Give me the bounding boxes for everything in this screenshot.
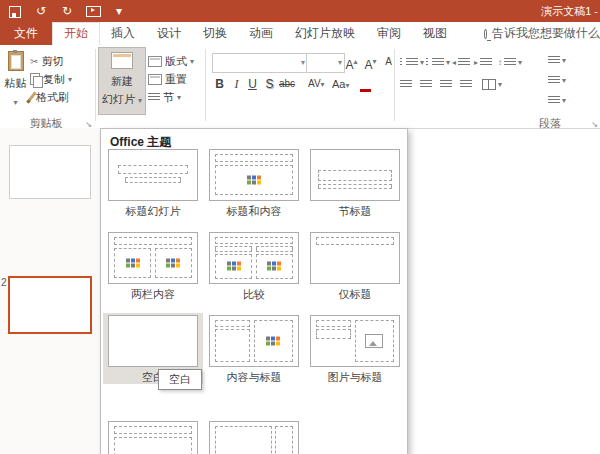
decrease-font-icon: A <box>364 58 372 72</box>
paragraph-dialog-launcher[interactable]: ↘ <box>588 118 600 131</box>
change-case-button[interactable]: Aa▾ <box>332 75 349 93</box>
qat-customize-button[interactable]: ▾ <box>106 0 132 22</box>
tab-design[interactable]: 设计 <box>146 22 192 45</box>
layout-thumbnail <box>310 232 400 284</box>
character-spacing-icon: AV <box>308 78 321 89</box>
layout-thumbnail <box>209 232 299 284</box>
align-right-button[interactable] <box>440 76 452 92</box>
section-icon <box>148 93 160 102</box>
decrease-indent-icon: ◂ <box>452 58 456 67</box>
tab-animations[interactable]: 动画 <box>238 22 284 45</box>
redo-button[interactable]: ↻ <box>54 0 80 22</box>
line-spacing-button[interactable]: ↕▾ <box>498 54 522 70</box>
bold-button[interactable]: B <box>212 75 227 93</box>
layout-option-comparison[interactable]: 比较 <box>204 230 304 301</box>
group-separator <box>205 49 206 121</box>
justify-button[interactable] <box>460 76 472 92</box>
chevron-down-icon: ▾ <box>68 75 72 84</box>
increase-font-button[interactable]: A▴ <box>344 53 359 71</box>
slide-thumbnail-1[interactable] <box>9 145 91 199</box>
layout-option-title-only[interactable]: 仅标题 <box>305 230 405 301</box>
tab-view[interactable]: 视图 <box>412 22 458 45</box>
tab-slideshow[interactable]: 幻灯片放映 <box>284 22 366 45</box>
numbered-list-button[interactable]: ▾ <box>426 54 450 70</box>
reset-label: 重置 <box>165 72 187 87</box>
content-placeholder-icons <box>126 259 140 268</box>
bullet-list-button[interactable]: ▾ <box>400 54 424 70</box>
font-size-combo[interactable]: ▾ <box>306 53 345 73</box>
align-text-button[interactable]: ▾ <box>548 72 566 88</box>
justify-icon <box>460 80 472 89</box>
layout-option-section-header[interactable]: 节标题 <box>305 147 405 218</box>
section-label: 节 <box>163 90 174 105</box>
lightbulb-icon <box>484 29 487 39</box>
tab-transitions[interactable]: 切换 <box>192 22 238 45</box>
chevron-down-icon: ▾ <box>301 54 305 72</box>
copy-icon <box>30 73 40 85</box>
slideshow-icon <box>86 6 101 17</box>
convert-smartart-button[interactable]: ▾ <box>548 92 566 108</box>
underline-button[interactable]: U <box>245 75 260 93</box>
layout-option-content-caption[interactable]: 内容与标题 <box>204 313 304 384</box>
italic-button[interactable]: I <box>229 75 244 93</box>
tab-insert[interactable]: 插入 <box>100 22 146 45</box>
clear-formatting-icon: A <box>385 56 392 67</box>
align-center-icon <box>420 80 432 89</box>
layout-option-two-content[interactable]: 两栏内容 <box>103 230 203 301</box>
paste-label: 粘贴 <box>5 77 27 89</box>
character-spacing-button[interactable]: AV▾ <box>308 75 325 93</box>
layout-thumbnail <box>310 149 400 201</box>
tooltip: 空白 <box>158 369 202 390</box>
tab-review[interactable]: 审阅 <box>366 22 412 45</box>
font-name-combo[interactable]: ▾ <box>212 53 308 73</box>
reset-button[interactable]: 重置 <box>148 71 187 87</box>
layout-button[interactable]: 版式 ▾ <box>148 53 194 69</box>
paragraph-group-label: 段落 <box>500 117 600 129</box>
slide-thumbnail-2-selected[interactable] <box>8 276 92 334</box>
reset-icon <box>148 74 162 85</box>
tell-me-label: 告诉我您想要做什么 <box>492 25 600 42</box>
paste-icon <box>8 51 24 71</box>
tell-me-box[interactable]: 告诉我您想要做什么 <box>484 22 600 45</box>
tab-home[interactable]: 开始 <box>52 22 100 45</box>
group-separator <box>394 49 395 121</box>
layout-option-title-content[interactable]: 标题和内容 <box>204 147 304 218</box>
layout-option-label: 图片与标题 <box>305 371 405 384</box>
content-placeholder-icons <box>266 336 280 345</box>
bullet-list-icon <box>400 58 402 67</box>
layout-thumbnail <box>108 315 198 367</box>
layout-option-vertical-title-text[interactable] <box>204 419 304 454</box>
save-button[interactable] <box>2 0 28 22</box>
convert-smartart-icon <box>548 96 560 105</box>
strikethrough-button[interactable]: abc <box>279 75 295 93</box>
text-shadow-button[interactable]: S <box>262 75 277 93</box>
columns-icon <box>482 79 496 90</box>
layout-option-title-vertical-text[interactable] <box>103 419 203 454</box>
align-right-icon <box>440 80 452 89</box>
increase-indent-button[interactable]: ▸ <box>474 54 492 70</box>
start-slideshow-button[interactable] <box>80 0 106 22</box>
align-left-icon <box>400 80 412 89</box>
columns-button[interactable]: ▾ <box>482 76 502 92</box>
align-left-button[interactable] <box>400 76 412 92</box>
layout-option-picture-caption[interactable]: 图片与标题 <box>305 313 405 384</box>
new-slide-label-2: 幻灯片 <box>102 93 135 105</box>
layout-option-title-slide[interactable]: 标题幻灯片 <box>103 147 203 218</box>
group-separator <box>95 49 96 121</box>
cut-button[interactable]: ✂ 剪切 <box>30 53 63 69</box>
text-direction-button[interactable]: ▾ <box>548 52 566 68</box>
copy-button[interactable]: 复制 ▾ <box>30 71 72 87</box>
decrease-indent-button[interactable]: ◂ <box>452 54 470 70</box>
format-painter-button[interactable]: 格式刷 <box>30 89 69 105</box>
align-text-icon <box>548 76 560 85</box>
undo-icon: ↺ <box>36 4 46 18</box>
content-placeholder-icons <box>267 262 281 271</box>
align-center-button[interactable] <box>420 76 432 92</box>
tab-file[interactable]: 文件 <box>0 22 52 45</box>
undo-button[interactable]: ↺ <box>28 0 54 22</box>
paste-button[interactable]: 粘贴 ▾ <box>2 48 29 116</box>
new-slide-button[interactable]: 新建 幻灯片 ▾ <box>98 47 146 115</box>
section-button[interactable]: 节 ▾ <box>148 89 181 105</box>
decrease-font-button[interactable]: A▾ <box>363 53 378 71</box>
format-painter-label: 格式刷 <box>36 90 69 105</box>
